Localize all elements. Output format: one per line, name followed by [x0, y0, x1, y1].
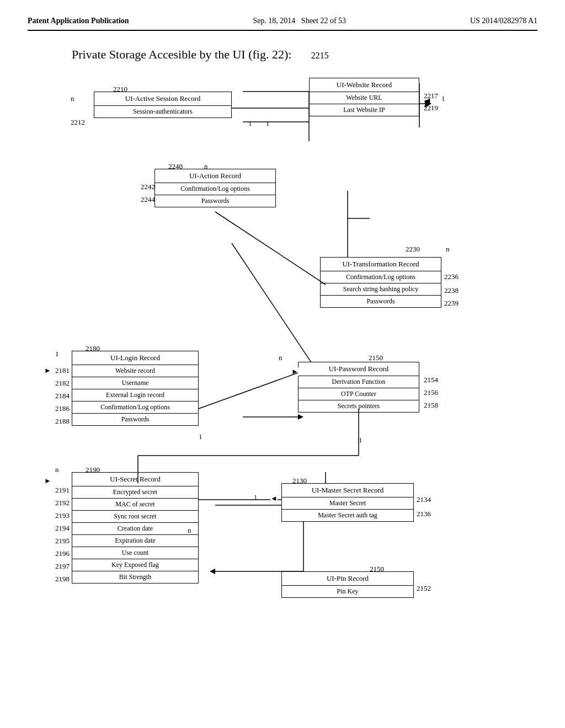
arrow-2190: ►	[44, 477, 51, 485]
label-2212: 2212	[71, 118, 85, 127]
label-2244: 2244	[141, 195, 155, 204]
label-2152: 2152	[417, 584, 431, 593]
label-n-2150: n	[279, 354, 282, 362]
box-2190-row1: Encrypted secret	[72, 486, 198, 498]
box-2180-row4: Confirmation/Log options	[72, 401, 198, 413]
label-2239: 2239	[444, 299, 459, 308]
box-2230: UI-Transformation Record Confirmation/Lo…	[320, 257, 441, 308]
box-2180-row3: External Login record	[72, 389, 198, 401]
box-2240: UI-Action Record Confirmation/Log option…	[154, 169, 276, 207]
box-2190-row8: Bit Strength	[72, 571, 198, 583]
label-2198: 2198	[55, 575, 70, 584]
label-2196: 2196	[55, 549, 70, 558]
label-2210: 2210	[113, 85, 127, 94]
box-2150-pw-row1: Derivation Function	[299, 376, 419, 388]
label-1-2130: 1	[254, 493, 258, 502]
box-2215-title: UI-Website Record	[310, 78, 419, 92]
label-1-below-2180: 1	[199, 432, 202, 441]
label-1-secrets: 1	[359, 436, 363, 445]
box-2150-pin-title: UI-Pin Record	[282, 572, 413, 585]
header: Patent Application Publication Sep. 18, …	[28, 17, 537, 31]
box-2190-row5: Expiration date	[72, 534, 198, 547]
page: Patent Application Publication Sep. 18, …	[0, 0, 565, 728]
label-2195: 2195	[55, 537, 70, 545]
box-2240-row2: Passwords	[155, 195, 275, 207]
label-2230: 2230	[406, 245, 420, 254]
box-2180-title: UI-Login Record	[72, 351, 198, 365]
svg-marker-12	[210, 569, 215, 574]
box-2180-row2: Username	[72, 377, 198, 389]
svg-marker-7	[298, 414, 303, 420]
box-2190-title: UI-Secret Record	[72, 473, 198, 486]
label-2156: 2156	[424, 388, 438, 397]
box-2180: UI-Login Record Website record Username …	[72, 351, 199, 426]
box-2210-row1: Session-authenticators	[94, 105, 231, 117]
box-2180-row1: Website record	[72, 365, 198, 377]
arrow-2150: ►	[291, 367, 299, 376]
box-2150-pw-row2: OTP Counter	[299, 388, 419, 400]
label-1-session-a: 1	[248, 119, 252, 128]
arrow-2130: ◄	[270, 494, 278, 503]
box-2190-row6: Use count	[72, 547, 198, 559]
box-2180-row5: Passwords	[72, 413, 198, 425]
label-1-right: 1	[441, 94, 445, 103]
box-2190-row4: Creation date	[72, 522, 198, 534]
box-2130: UI-Master Secret Record Master Secret Ma…	[281, 483, 414, 522]
label-2136: 2136	[417, 510, 431, 518]
label-2197: 2197	[55, 562, 70, 571]
box-2230-row2: Search string hashing policy	[321, 283, 441, 295]
label-2182: 2182	[55, 379, 70, 388]
header-right: US 2014/0282978 A1	[470, 17, 537, 25]
label-2242: 2242	[141, 183, 155, 191]
box-2150-pw: UI-Password Record Derivation Function O…	[298, 362, 419, 413]
header-date: Sep. 18, 2014 Sheet 22 of 53	[253, 17, 346, 25]
label-2191: 2191	[55, 486, 70, 495]
arrow-2181: ►	[44, 366, 51, 375]
page-title: Private Storage Accesible by the UI (fig…	[72, 47, 329, 62]
label-n-2190: n	[55, 465, 59, 474]
label-2181: 2181	[55, 366, 70, 375]
label-2186: 2186	[55, 404, 70, 413]
label-2190: 2190	[86, 465, 100, 474]
box-2130-title: UI-Master Secret Record	[282, 484, 413, 497]
box-2230-row1: Confirmation/Log options	[321, 271, 441, 283]
box-2150-pw-title: UI-Password Record	[299, 362, 419, 376]
svg-line-19	[199, 373, 298, 409]
label-2215-ref: 2215	[311, 51, 329, 60]
label-2184: 2184	[55, 392, 70, 400]
label-2238: 2238	[444, 286, 459, 295]
box-2190: UI-Secret Record Encrypted secret MAC of…	[72, 472, 199, 584]
box-2230-title: UI-Transformation Record	[321, 258, 441, 271]
box-2130-row1: Master Secret	[282, 497, 413, 509]
label-n-2230: n	[446, 245, 450, 254]
box-2150-pin: UI-Pin Record Pin Key	[281, 571, 414, 598]
box-2215: UI-Website Record Website URL Last Websi…	[309, 78, 419, 116]
label-1-session-b: 1	[266, 119, 270, 128]
box-2150-pin-row1: Pin Key	[282, 585, 413, 597]
label-n-sync: n	[188, 526, 191, 535]
label-n-2210: n	[71, 94, 74, 103]
box-2210-title: UI-Active Session Record	[94, 92, 231, 105]
box-2240-row1: Confirmation/Log options	[155, 183, 275, 195]
label-2158: 2158	[424, 401, 438, 410]
box-2190-row2: MAC of secret	[72, 498, 198, 510]
header-left: Patent Application Publication	[28, 17, 129, 25]
diagram-area: Private Storage Accesible by the UI (fig…	[28, 42, 537, 693]
label-n-2240: n	[204, 162, 208, 171]
label-2130: 2130	[292, 477, 307, 485]
label-2194: 2194	[55, 524, 70, 533]
box-2190-row7: Key Exposed flag	[72, 559, 198, 571]
svg-line-18	[215, 212, 326, 285]
box-2210: UI-Active Session Record Session-authent…	[94, 92, 232, 118]
box-2230-row3: Passwords	[321, 295, 441, 307]
box-2130-row2: Master Secret auth tag	[282, 509, 413, 521]
label-2150-pw: 2150	[369, 354, 383, 362]
label-2180: 2180	[86, 344, 100, 353]
label-2154: 2154	[424, 376, 438, 384]
box-2150-pw-row3: Secrets pointers	[299, 400, 419, 412]
label-2188: 2188	[55, 417, 70, 426]
label-2150-pin: 2150	[370, 565, 384, 574]
box-2215-row1: Website URL	[310, 92, 419, 104]
box-2215-row2: Last Website IP	[310, 104, 419, 116]
arrow-right-2215: ◄	[422, 95, 432, 107]
